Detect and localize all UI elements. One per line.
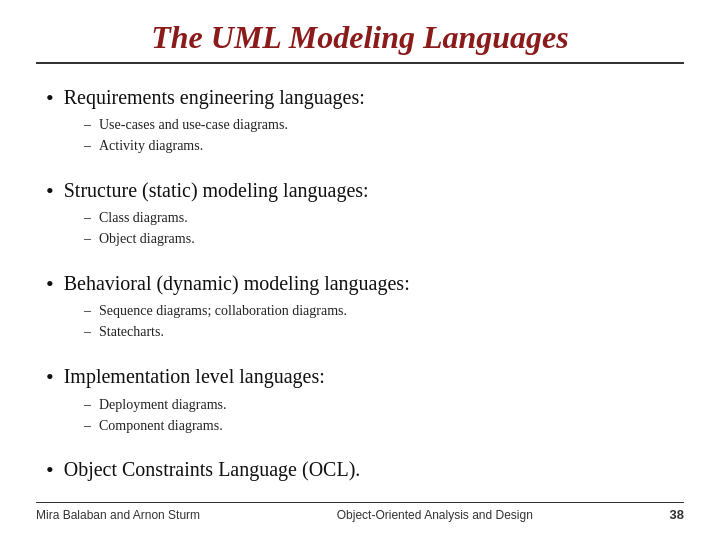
sub-bullet-item: – Statecharts. [84,321,674,342]
sub-bullet-item: – Sequence diagrams; collaboration diagr… [84,300,674,321]
sub-bullets-requirements: – Use-cases and use-case diagrams. – Act… [84,114,674,156]
sub-dash: – [84,300,91,321]
sub-bullets-behavioral: – Sequence diagrams; collaboration diagr… [84,300,674,342]
bullet-text-requirements: Requirements engineering languages: [64,84,365,110]
sub-bullet-text: Deployment diagrams. [99,394,227,415]
section-behavioral: • Behavioral (dynamic) modeling language… [46,270,674,343]
sub-dash: – [84,207,91,228]
sub-dash: – [84,321,91,342]
sub-bullet-item: – Activity diagrams. [84,135,674,156]
bullet-dot-1: • [46,84,54,113]
footer-page-number: 38 [670,507,684,522]
sub-dash: – [84,394,91,415]
bullet-text-behavioral: Behavioral (dynamic) modeling languages: [64,270,410,296]
sub-bullet-text: Component diagrams. [99,415,223,436]
slide-footer: Mira Balaban and Arnon Sturm Object-Orie… [36,502,684,522]
bullet-text-ocl: Object Constraints Language (OCL). [64,456,361,482]
bullet-main-ocl: • Object Constraints Language (OCL). [46,456,674,485]
slide-title: The UML Modeling Languages [36,18,684,64]
bullet-text-structure: Structure (static) modeling languages: [64,177,369,203]
bullet-dot-2: • [46,177,54,206]
slide-content: • Requirements engineering languages: – … [36,74,684,498]
sub-bullet-item: – Deployment diagrams. [84,394,674,415]
footer-author: Mira Balaban and Arnon Sturm [36,508,200,522]
sub-bullet-text: Object diagrams. [99,228,195,249]
sub-bullet-text: Use-cases and use-case diagrams. [99,114,288,135]
bullet-main-requirements: • Requirements engineering languages: [46,84,674,113]
sub-dash: – [84,114,91,135]
sub-dash: – [84,135,91,156]
sub-bullet-item: – Use-cases and use-case diagrams. [84,114,674,135]
section-ocl: • Object Constraints Language (OCL). [46,456,674,487]
sub-bullet-text: Class diagrams. [99,207,188,228]
sub-bullet-item: – Component diagrams. [84,415,674,436]
slide-container: The UML Modeling Languages • Requirement… [0,0,720,540]
section-requirements: • Requirements engineering languages: – … [46,84,674,157]
bullet-main-behavioral: • Behavioral (dynamic) modeling language… [46,270,674,299]
section-implementation: • Implementation level languages: – Depl… [46,363,674,436]
sub-bullets-implementation: – Deployment diagrams. – Component diagr… [84,394,674,436]
sub-bullets-structure: – Class diagrams. – Object diagrams. [84,207,674,249]
footer-course: Object-Oriented Analysis and Design [337,508,533,522]
bullet-text-implementation: Implementation level languages: [64,363,325,389]
sub-bullet-text: Sequence diagrams; collaboration diagram… [99,300,347,321]
bullet-dot-3: • [46,270,54,299]
sub-bullet-text: Statecharts. [99,321,164,342]
sub-dash: – [84,228,91,249]
bullet-main-implementation: • Implementation level languages: [46,363,674,392]
sub-bullet-item: – Object diagrams. [84,228,674,249]
bullet-main-structure: • Structure (static) modeling languages: [46,177,674,206]
bullet-dot-5: • [46,456,54,485]
bullet-dot-4: • [46,363,54,392]
sub-bullet-item: – Class diagrams. [84,207,674,228]
sub-bullet-text: Activity diagrams. [99,135,203,156]
sub-dash: – [84,415,91,436]
section-structure: • Structure (static) modeling languages:… [46,177,674,250]
